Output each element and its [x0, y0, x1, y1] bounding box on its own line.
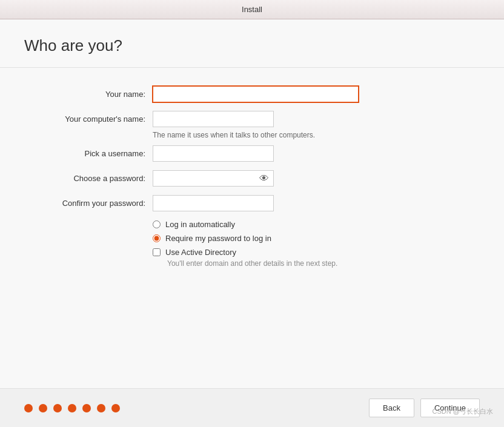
auto-login-label: Log in automatically [165, 220, 235, 229]
password-label: Choose a password: [24, 174, 145, 183]
confirm-password-row: Confirm your password: [24, 195, 480, 211]
require-password-row: Require my password to log in [153, 234, 480, 243]
password-input[interactable] [153, 170, 274, 187]
progress-dots [24, 404, 120, 412]
computer-name-row: Your computer's name: [24, 111, 480, 127]
require-password-radio[interactable] [153, 234, 161, 242]
active-directory-row: Use Active Directory [153, 248, 480, 257]
active-directory-hint: You'll enter domain and other details in… [167, 259, 480, 268]
dot-1 [24, 404, 33, 412]
computer-name-hint: The name it uses when it talks to other … [153, 131, 480, 139]
confirm-password-input[interactable] [153, 195, 274, 211]
active-directory-checkbox[interactable] [153, 248, 161, 256]
active-directory-label: Use Active Directory [165, 248, 236, 257]
watermark: CSDN @弓长长白水 [433, 407, 493, 416]
title-bar-label: Install [242, 5, 262, 14]
back-button[interactable]: Back [369, 399, 414, 417]
your-name-input[interactable] [153, 86, 359, 102]
auto-login-row: Log in automatically [153, 220, 480, 229]
dot-5 [82, 404, 91, 412]
auto-login-radio[interactable] [153, 220, 161, 228]
dot-4 [68, 404, 76, 412]
show-password-icon[interactable]: 👁 [259, 174, 269, 184]
dot-7 [111, 404, 120, 412]
your-name-label: Your name: [24, 90, 145, 99]
username-row: Pick a username: [24, 145, 480, 162]
password-row: Choose a password: 👁 [24, 170, 480, 187]
dot-2 [39, 404, 47, 412]
page-title: Who are you? [24, 36, 480, 55]
username-input[interactable] [153, 145, 274, 162]
bottom-bar: Back Continue [0, 388, 504, 427]
computer-name-input[interactable] [153, 111, 274, 127]
dot-3 [53, 404, 62, 412]
password-wrapper: 👁 [153, 170, 274, 187]
dot-6 [97, 404, 105, 412]
title-bar: Install [0, 0, 504, 19]
main-content: Who are you? Your name: Your computer's … [0, 19, 504, 388]
login-options-group: Log in automatically Require my password… [153, 220, 480, 268]
computer-name-label: Your computer's name: [24, 114, 145, 124]
form-area: Your name: Your computer's name: The nam… [0, 68, 504, 388]
confirm-password-label: Confirm your password: [24, 199, 145, 208]
require-password-label: Require my password to log in [165, 234, 271, 243]
page-header: Who are you? [0, 19, 504, 68]
your-name-row: Your name: [24, 86, 480, 102]
username-label: Pick a username: [24, 149, 145, 158]
